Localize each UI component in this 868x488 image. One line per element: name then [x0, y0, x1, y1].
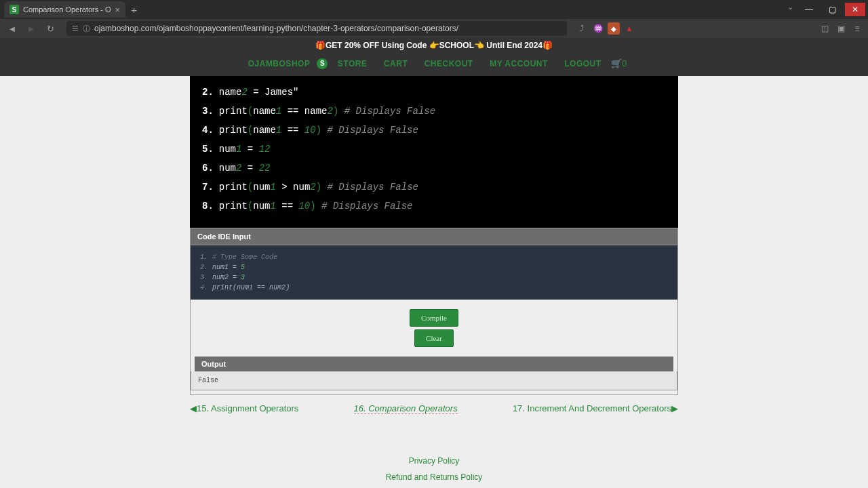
menu-icon[interactable]: ≡ — [850, 22, 864, 35]
output-header: Output — [195, 357, 673, 371]
current-link[interactable]: 16. Comparison Operators — [354, 403, 458, 414]
main-content: 2.name2 = James"3.print(name1 == name2) … — [190, 76, 678, 488]
extensions-icon[interactable]: ▣ — [834, 22, 848, 35]
browser-toolbar: ◄ ► ↻ ☰ ⓘ ojamboshop.com/ojamboshoppayco… — [0, 19, 868, 38]
maximize-button[interactable]: ▢ — [822, 3, 842, 16]
rss-icon[interactable]: ♒ — [591, 22, 605, 35]
titlebar: S Comparison Operators - O × + ⌄ — ▢ ✕ — [0, 0, 868, 19]
chevron-down-icon[interactable]: ⌄ — [785, 3, 796, 16]
code-line: 2.name2 = James" — [202, 83, 666, 102]
ide-buttons: Compile Clear — [190, 300, 678, 357]
tab-close-icon[interactable]: × — [115, 5, 121, 15]
warning-icon[interactable]: ▲ — [623, 22, 636, 35]
site-info-icon[interactable]: ⓘ — [83, 24, 90, 34]
nav-logout[interactable]: LOGOUT — [564, 59, 601, 68]
toolbar-icons: ⤴ ♒ ◆ ▲ ◫ ▣ ≡ — [575, 22, 864, 35]
ide-line: 1.# Type Some Code — [200, 252, 668, 262]
ide-header: Code IDE Input — [190, 228, 678, 245]
nav-store[interactable]: STORE — [338, 59, 368, 68]
brand-logo-icon: S — [317, 58, 328, 69]
forward-button[interactable]: ► — [23, 20, 39, 37]
nav-cart[interactable]: CART — [384, 59, 408, 68]
footer: Privacy Policy Refund and Returns Policy — [190, 422, 678, 488]
ide-line: 3.num2 = 3 — [200, 272, 668, 283]
back-button[interactable]: ◄ — [4, 20, 20, 37]
code-line: 3.print(name1 == name2) # Displays False — [202, 102, 666, 121]
pagination: ◀15. Assignment Operators 16. Comparison… — [190, 395, 678, 422]
reload-button[interactable]: ↻ — [42, 20, 58, 37]
minimize-button[interactable]: — — [799, 3, 819, 16]
reader-icon[interactable]: ☰ — [72, 24, 79, 33]
share-icon[interactable]: ⤴ — [575, 22, 589, 35]
nav-brand[interactable]: OJAMBOSHOP — [248, 59, 311, 68]
prev-link[interactable]: ◀15. Assignment Operators — [190, 403, 298, 414]
code-line: 4.print(name1 == 10) # Displays False — [202, 121, 666, 140]
code-example: 2.name2 = James"3.print(name1 == name2) … — [190, 76, 678, 228]
output-value: False — [191, 371, 677, 390]
window-controls: ⌄ — ▢ ✕ — [785, 3, 868, 16]
compile-button[interactable]: Compile — [410, 309, 458, 327]
output-section: Output False — [190, 357, 678, 395]
arrow-right-icon: ▶ — [671, 403, 678, 413]
next-link[interactable]: 17. Increment And Decrement Operators▶ — [513, 403, 678, 414]
ide-line: 2.num1 = 5 — [200, 262, 668, 272]
favicon: S — [9, 5, 19, 14]
code-line: 5.num1 = 12 — [202, 140, 666, 159]
arrow-left-icon: ◀ — [190, 403, 197, 413]
promo-banner: 🎁GET 20% OFF Using Code 👉SCHOOL👈 Until E… — [0, 38, 868, 53]
browser-tab[interactable]: S Comparison Operators - O × — [4, 1, 125, 18]
nav-account[interactable]: MY ACCOUNT — [490, 59, 548, 68]
url-text: ojamboshop.com/ojamboshoppaycontent/lear… — [94, 24, 561, 33]
clear-button[interactable]: Clear — [414, 329, 454, 347]
privacy-link[interactable]: Privacy Policy — [190, 456, 678, 466]
site-nav: OJAMBOSHOPS STORE CART CHECKOUT MY ACCOU… — [0, 53, 868, 76]
code-line: 6.num2 = 22 — [202, 159, 666, 178]
sidebar-icon[interactable]: ◫ — [818, 22, 831, 35]
code-line: 8.print(num1 == 10) # Displays False — [202, 197, 666, 216]
new-tab-button[interactable]: + — [131, 4, 137, 16]
cart-icon[interactable]: 🛒0 — [611, 58, 627, 68]
tabs-area: S Comparison Operators - O × + — [0, 0, 137, 19]
address-bar[interactable]: ☰ ⓘ ojamboshop.com/ojamboshoppaycontent/… — [66, 21, 567, 36]
shield-icon[interactable]: ◆ — [608, 22, 620, 35]
refund-link[interactable]: Refund and Returns Policy — [190, 472, 678, 482]
close-window-button[interactable]: ✕ — [845, 3, 865, 16]
ide-line: 4.print(num1 == num2) — [200, 283, 668, 293]
nav-checkout[interactable]: CHECKOUT — [425, 59, 473, 68]
page-viewport[interactable]: 🎁GET 20% OFF Using Code 👉SCHOOL👈 Until E… — [0, 38, 868, 488]
tab-title: Comparison Operators - O — [23, 5, 111, 14]
ide-input[interactable]: 1.# Type Some Code2.num1 = 53.num2 = 34.… — [190, 245, 678, 300]
code-line: 7.print(num1 > num2) # Displays False — [202, 178, 666, 197]
